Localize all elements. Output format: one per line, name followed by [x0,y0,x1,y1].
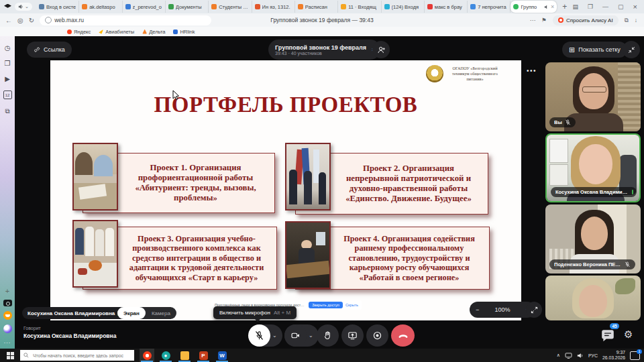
url-field[interactable]: web.max.ru [40,15,211,25]
new-tab-button[interactable]: + [557,2,572,11]
settings-button[interactable]: ⚙ [624,328,633,341]
browser-tab[interactable]: z_perevod_o [123,1,166,13]
participant-tile-you[interactable]: Вы [545,62,641,131]
start-button[interactable] [0,352,20,359]
fullscreen-button[interactable] [526,302,542,318]
participant-tile[interactable] [545,276,641,320]
shared-screen-slide: ОГАПОУ «Белгородский техникум общественн… [50,60,521,320]
tab-favicon [298,4,303,9]
browser-tab[interactable]: Расписан [295,1,338,13]
bookmark-item[interactable]: Дельта [142,29,165,35]
bookmark-item[interactable]: Яндекс [67,29,91,35]
taskbar-app-explorer[interactable] [177,349,192,362]
org-name: ОГАПОУ «Белгородский техникум общественн… [446,66,504,82]
chevron-down-icon: ⌄ [25,4,29,9]
protect-icon[interactable]: ◎ [17,17,23,24]
add-participant-button[interactable] [372,41,390,58]
smiley-app-icon[interactable] [3,311,12,320]
chat-button[interactable] [600,329,615,343]
language-indicator[interactable]: РУС [588,353,598,358]
hide-banner-link[interactable]: Скрыть [345,303,358,307]
panel-more-icon[interactable]: ... [4,338,11,345]
search-input[interactable] [32,353,128,359]
collapse-view-button[interactable] [623,41,640,58]
reload-button[interactable]: ↻ [29,17,34,24]
taskbar-app-yandex[interactable] [140,349,154,362]
calendar-icon[interactable]: 12 [3,90,12,99]
copy-link-button[interactable]: Ссылка [27,42,72,58]
close-access-button[interactable]: Закрыть доступ [309,302,343,308]
volume-icon[interactable] [577,353,584,359]
window-close-button[interactable]: × [633,3,637,11]
call-title-button[interactable]: Групповой звонок 19 февраля 39:43 · 40 у… [268,40,380,60]
pinned-tab-icon[interactable] [4,4,11,10]
mic-off-icon [254,330,264,341]
bookmark-item[interactable]: Авиабилеты [99,29,134,35]
stage-more-button[interactable]: ••• [527,67,537,74]
screen-tab[interactable]: Экран [117,307,146,319]
downloads-icon[interactable]: ↓ [635,17,637,23]
browser-tab-active[interactable]: Группо × [511,1,557,13]
history-icon[interactable]: ◷ [5,45,11,52]
hang-up-button[interactable] [391,324,415,347]
bookmark-item[interactable]: HRlink [173,29,195,35]
zoom-out-button[interactable]: − [476,306,479,313]
taskbar-app-teal[interactable]: ● [158,349,173,362]
taskbar-app-word[interactable]: W [215,349,229,362]
show-grid-button[interactable]: ⊞ Показать сетку [562,42,627,58]
tab-groups-icon[interactable]: ❐ [588,3,593,10]
clock[interactable]: 9:37 26.03.2026 [602,350,625,361]
browser-tab[interactable]: макс в брау [425,1,468,13]
call-area: Ссылка Групповой звонок 19 февраля 39:43… [15,36,644,349]
tab-favicon [168,4,174,9]
tray-expand-icon[interactable]: ∧ [557,353,560,358]
tab-sound-control[interactable]: ⌄ [15,3,32,11]
add-panel-icon[interactable]: + [5,287,9,295]
ask-alice-button[interactable]: Спросить Алису AI [553,15,619,25]
camera-options-chevron[interactable]: ⌄ [307,333,315,339]
browser-tab[interactable]: Ин яз, 1312. [252,1,295,13]
camera-app-icon[interactable] [3,300,12,306]
camera-button[interactable] [284,324,307,347]
tab-favicon [125,4,131,9]
taskbar-app-powerpoint[interactable]: P [196,349,211,362]
share-screen-button[interactable] [341,324,364,347]
mic-tooltip: Включить микрофон Alt + M [213,306,297,319]
bookmark-icon[interactable]: ⚑ [541,17,547,23]
tab-favicon [211,4,217,9]
browser-tab[interactable]: Студенты на [209,1,252,13]
panels-icon[interactable]: ⧉ [625,17,629,24]
record-button[interactable] [366,324,388,347]
browser-tab[interactable]: 11 · Входящ [338,1,381,13]
browser-tab[interactable]: 7 непрочита [468,1,511,13]
raise-hand-button[interactable] [317,324,339,347]
back-button[interactable]: ← [5,17,12,24]
action-center-icon[interactable]: 1 [630,351,640,360]
assistant-app-icon[interactable] [3,324,12,333]
taskbar-search[interactable] [20,350,134,361]
camera-tab[interactable]: Камера [146,310,176,316]
speaking-now: Говорит Косухина Оксана Владимировна [23,326,116,339]
grid-icon: ⊞ [569,46,575,54]
mic-options-chevron[interactable]: ⌄ [270,333,279,339]
browser-tab[interactable]: Вход в систе [36,1,79,13]
shortcut-hint: Alt + M [274,310,290,316]
microphone-button[interactable] [248,324,270,347]
tabs-icon[interactable]: ❐ [5,60,11,67]
network-icon[interactable] [565,353,572,359]
browser-tab[interactable]: ak.deltaspo [79,1,122,13]
browser-tab[interactable]: Документы [166,1,209,13]
expand-icon [531,306,538,314]
participant-tile-speaking[interactable]: Косухина Оксана Владимир... [545,133,641,202]
tab-close-icon[interactable]: × [551,4,554,10]
sidebar-toggle-icon[interactable]: ▤ [572,3,578,10]
browser-tab[interactable]: (124) Входя [382,1,425,13]
windows-icon[interactable]: ⧉ [5,108,9,115]
more-menu-icon[interactable]: ⋯ [530,17,536,23]
alice-icon [558,17,564,23]
participant-tile[interactable]: Поденежко Вероника ПЕтр... [545,204,641,274]
video-icon[interactable]: ▶ [5,76,10,82]
window-maximize-button[interactable]: ▢ [618,3,624,10]
tab-audio-icon [544,5,549,9]
window-minimize-button[interactable]: — [602,3,608,10]
